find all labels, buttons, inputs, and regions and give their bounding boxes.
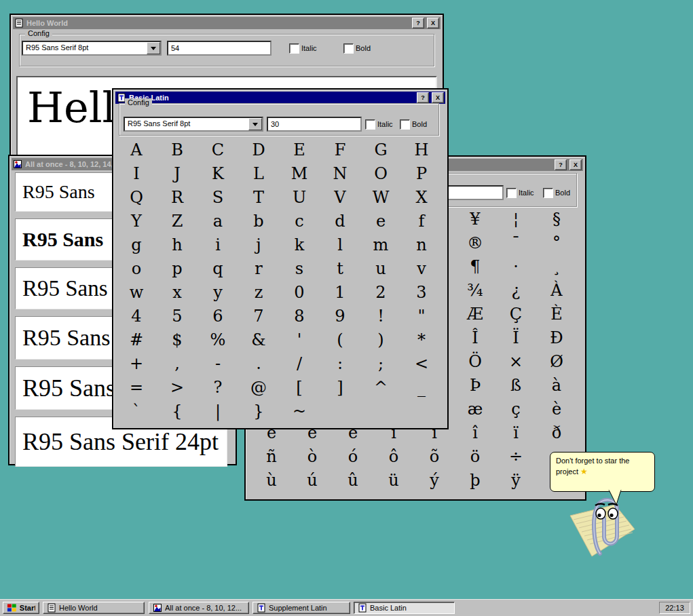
combo-drop-button[interactable]	[248, 118, 262, 130]
basic-latin-titlebar[interactable]: Basic Latin ? X	[115, 92, 445, 104]
char-cell: h	[157, 233, 198, 256]
char-cell: L	[238, 161, 279, 185]
italic-checkbox[interactable]	[506, 188, 517, 198]
char-cell: ý	[414, 468, 455, 492]
bold-label: Bold	[555, 189, 570, 197]
char-cell: Y	[116, 209, 157, 233]
start-label: Start	[20, 604, 35, 612]
char-cell: è	[536, 397, 577, 421]
desktop: Hello World ? X Config R95 Sans Serif 8p…	[0, 0, 693, 616]
char-cell: î	[455, 421, 495, 444]
taskbar-button-supplement-latin[interactable]: Supplement Latin	[252, 602, 350, 614]
clippy-assistant[interactable]	[565, 494, 641, 559]
taskbar-button-hello-world[interactable]: Hello World	[43, 602, 145, 614]
hello-world-titlebar[interactable]: Hello World ? X	[13, 17, 441, 29]
char-cell: Î	[455, 326, 495, 349]
char-cell: &	[238, 328, 279, 351]
combo-drop-button[interactable]	[147, 42, 160, 54]
char-cell: û	[333, 468, 373, 492]
char-cell: 3	[401, 280, 442, 304]
char-cell: 7	[238, 304, 279, 328]
font-document-icon	[257, 603, 266, 613]
char-cell: T	[238, 185, 279, 209]
char-cell: H	[401, 138, 442, 161]
char-cell: K	[198, 161, 238, 185]
char-cell: D	[238, 138, 279, 161]
font-sample-text: R95 Sans	[16, 276, 108, 301]
char-cell: ]	[320, 375, 360, 399]
font-select[interactable]: R95 Sans Serif 8pt	[124, 117, 263, 132]
close-button[interactable]: X	[432, 92, 444, 103]
italic-checkbox[interactable]	[365, 119, 375, 130]
char-cell: e	[360, 209, 401, 233]
star-icon: ★	[580, 467, 588, 476]
bubble-text-line1: Don't forget to star the	[556, 457, 630, 465]
close-button[interactable]: X	[427, 18, 439, 28]
char-cell: u	[360, 256, 401, 280]
char-cell: "	[401, 304, 442, 328]
char-cell: A	[116, 138, 157, 161]
char-cell: ÷	[495, 444, 536, 468]
window-title: Basic Latin	[129, 94, 414, 102]
italic-label: Italic	[301, 44, 317, 52]
help-button[interactable]: ?	[412, 18, 424, 28]
char-cell: -	[198, 351, 238, 375]
size-input-value: 54	[171, 44, 179, 52]
font-sample-text: R95 Sans	[16, 181, 95, 203]
help-button[interactable]: ?	[555, 159, 567, 170]
char-cell: ¸	[536, 254, 577, 278]
config-groupbox-label: Config	[125, 98, 152, 107]
char-cell: °	[536, 231, 577, 254]
char-cell: 4	[116, 304, 157, 328]
char-cell: æ	[455, 397, 495, 421]
char-cell: C	[198, 138, 238, 161]
char-cell: Ç	[495, 302, 536, 326]
taskbar-button-label: Basic Latin	[370, 604, 407, 612]
italic-checkbox[interactable]	[289, 43, 299, 54]
char-cell: õ	[414, 444, 455, 468]
taskbar-button-basic-latin[interactable]: Basic Latin	[354, 602, 455, 614]
char-cell: m	[360, 233, 401, 256]
char-cell: O	[360, 161, 401, 185]
italic-label: Italic	[377, 120, 393, 128]
char-cell: ÿ	[495, 468, 536, 492]
char-cell: b	[238, 209, 279, 233]
char-cell: =	[116, 375, 157, 399]
char-cell: À	[536, 278, 577, 302]
close-button[interactable]: X	[569, 159, 582, 170]
char-cell: ¿	[495, 278, 536, 302]
picture-icon	[13, 159, 22, 169]
font-sample-text: R95 Sans	[16, 228, 103, 251]
char-cell: <	[401, 351, 442, 375]
char-cell: I	[116, 161, 157, 185]
char-cell: )	[360, 328, 401, 351]
char-cell: 6	[198, 304, 238, 328]
help-button[interactable]: ?	[417, 92, 429, 103]
size-input[interactable]: 30	[267, 117, 362, 132]
start-button[interactable]: Start	[3, 602, 39, 614]
italic-label: Italic	[519, 189, 534, 197]
taskbar-clock[interactable]: 22:13	[659, 602, 690, 614]
font-select[interactable]: R95 Sans Serif 8pt	[22, 41, 162, 56]
char-cell: ï	[495, 421, 536, 444]
char-cell: Þ	[455, 373, 495, 397]
char-cell: '	[279, 328, 320, 351]
char-cell: k	[279, 233, 320, 256]
char-cell: J	[157, 161, 198, 185]
char-cell: ¥	[455, 207, 495, 231]
char-cell: U	[279, 185, 320, 209]
bold-checkbox[interactable]	[343, 43, 354, 54]
taskbar-button-all-at-once[interactable]: All at once - 8, 10, 12...	[149, 602, 249, 614]
char-cell: a	[198, 209, 238, 233]
bold-checkbox[interactable]	[543, 188, 553, 198]
char-cell: ·	[495, 254, 536, 278]
size-input[interactable]: 54	[167, 41, 271, 56]
bubble-text-line2: project	[556, 467, 578, 476]
char-cell: t	[320, 256, 360, 280]
char-cell: p	[157, 256, 198, 280]
char-cell: Ï	[495, 326, 536, 349]
windows-logo-icon	[7, 603, 17, 613]
font-sample-text: R95 Sans	[16, 325, 110, 351]
char-cell: #	[116, 328, 157, 351]
bold-checkbox[interactable]	[400, 119, 410, 130]
